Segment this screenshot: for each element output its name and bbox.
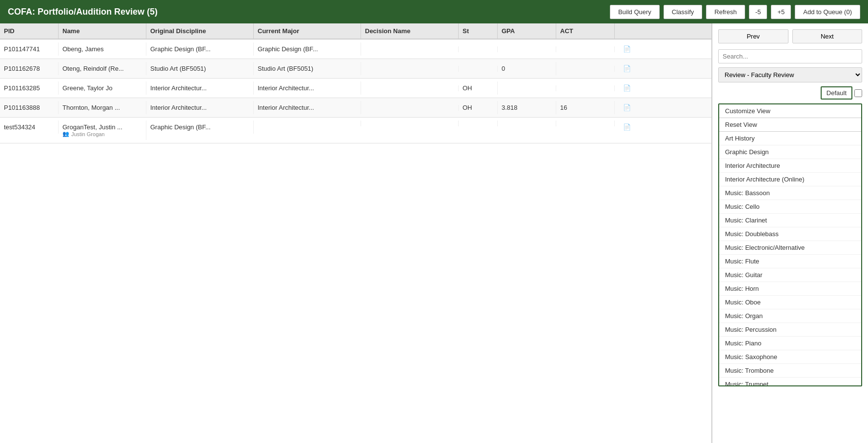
default-row: Default [718, 86, 862, 100]
cell-st [459, 121, 498, 126]
review-type-select[interactable]: Review - Faculty Review [718, 67, 862, 82]
cell-name: Oteng, Reindolf (Re... [59, 62, 146, 75]
cell-sub-name: 👥 Justin Grogan [62, 131, 142, 137]
table-header: PID Name Original Discipline Current Maj… [0, 23, 711, 40]
menu-item-music-trumpet[interactable]: Music: Trumpet [719, 378, 861, 386]
menu-item-music-oboe[interactable]: Music: Oboe [719, 296, 861, 309]
cell-gpa [498, 85, 556, 91]
menu-item-music-flute[interactable]: Music: Flute [719, 255, 861, 268]
add-to-queue-button[interactable]: Add to Queue (0) [795, 5, 860, 19]
col-actions [615, 23, 639, 39]
cell-original-discipline: Studio Art (BF5051) [146, 62, 254, 75]
plus-button[interactable]: +5 [771, 5, 791, 19]
cell-gpa [498, 46, 556, 52]
cell-act [556, 85, 615, 91]
cell-name: Thornton, Morgan ... [59, 101, 146, 114]
build-query-button[interactable]: Build Query [610, 5, 660, 19]
cell-current-major: Graphic Design (BF... [254, 42, 361, 56]
cell-gpa: 0 [498, 62, 556, 75]
cell-pid: P101162678 [0, 62, 59, 75]
cell-current-major: Interior Architectur... [254, 81, 361, 95]
dropdown-menu: Customize View Reset View Art History Gr… [718, 103, 862, 386]
main-layout: PID Name Original Discipline Current Maj… [0, 23, 868, 443]
cell-current-major: Interior Architectur... [254, 101, 361, 114]
cell-name: Obeng, James [59, 42, 146, 56]
cell-original-discipline: Interior Architectur... [146, 101, 254, 114]
col-decision-name: Decision Name [361, 23, 459, 39]
prev-button[interactable]: Prev [718, 29, 788, 43]
cell-pid: test534324 [0, 121, 59, 134]
col-original-discipline: Original Discipline [146, 23, 254, 39]
default-button[interactable]: Default [821, 86, 852, 100]
cell-decision-name [361, 46, 459, 52]
cell-pid: P101147741 [0, 42, 59, 56]
cell-icon[interactable]: 📄 [615, 101, 639, 114]
cell-icon[interactable]: 📄 [615, 121, 639, 134]
table-row[interactable]: P101162678 Oteng, Reindolf (Re... Studio… [0, 59, 711, 79]
default-checkbox[interactable] [854, 89, 862, 97]
doc-icon: 📄 [623, 84, 631, 92]
menu-item-music-trombone[interactable]: Music: Trombone [719, 364, 861, 378]
menu-item-music-cello[interactable]: Music: Cello [719, 200, 861, 214]
cell-act [556, 46, 615, 52]
group-icon: 👥 [62, 131, 69, 137]
menu-item-art-history[interactable]: Art History [719, 132, 861, 145]
cell-name: Greene, Taylor Jo [59, 81, 146, 95]
cell-pid: P101163888 [0, 101, 59, 114]
table-row[interactable]: test534324 GroganTest, Justin ... 👥 Just… [0, 118, 711, 143]
menu-item-reset-view[interactable]: Reset View [719, 118, 861, 132]
cell-act [556, 66, 615, 72]
cell-decision-name [361, 105, 459, 111]
col-act: ACT [556, 23, 615, 39]
doc-icon: 📄 [623, 123, 631, 131]
menu-item-music-bassoon[interactable]: Music: Bassoon [719, 186, 861, 200]
doc-icon: 📄 [623, 104, 631, 111]
menu-item-music-guitar[interactable]: Music: Guitar [719, 268, 861, 282]
cell-st [459, 46, 498, 52]
menu-item-music-saxophone[interactable]: Music: Saxophone [719, 350, 861, 364]
header: COFA: Portfolio/Audition Review (5) Buil… [0, 0, 868, 23]
menu-item-customize-view[interactable]: Customize View [719, 104, 861, 118]
col-name: Name [59, 23, 146, 39]
refresh-button[interactable]: Refresh [706, 5, 745, 19]
menu-item-music-horn[interactable]: Music: Horn [719, 282, 861, 296]
header-buttons: Build Query Classify Refresh -5 +5 Add t… [610, 5, 860, 19]
cell-icon[interactable]: 📄 [615, 42, 639, 56]
right-panel: Prev Next Review - Faculty Review Defaul… [712, 23, 868, 443]
cell-original-discipline: Graphic Design (BF... [146, 121, 254, 134]
search-input[interactable] [718, 49, 862, 63]
menu-item-interior-architecture[interactable]: Interior Architecture [719, 159, 861, 173]
cell-current-major: Studio Art (BF5051) [254, 62, 361, 75]
menu-item-music-organ[interactable]: Music: Organ [719, 309, 861, 323]
cell-gpa [498, 121, 556, 126]
menu-item-music-percussion[interactable]: Music: Percussion [719, 323, 861, 337]
cell-original-discipline: Interior Architectur... [146, 81, 254, 95]
cell-name: GroganTest, Justin ... 👥 Justin Grogan [59, 121, 146, 140]
cell-decision-name [361, 121, 459, 126]
menu-item-music-electronic[interactable]: Music: Electronic/Alternative [719, 241, 861, 255]
doc-icon: 📄 [623, 65, 631, 72]
cell-icon[interactable]: 📄 [615, 62, 639, 75]
table-row[interactable]: P101147741 Obeng, James Graphic Design (… [0, 40, 711, 59]
col-current-major: Current Major [254, 23, 361, 39]
table-row[interactable]: P101163888 Thornton, Morgan ... Interior… [0, 98, 711, 118]
menu-item-interior-architecture-online[interactable]: Interior Architecture (Online) [719, 173, 861, 186]
left-panel: PID Name Original Discipline Current Maj… [0, 23, 712, 443]
classify-button[interactable]: Classify [664, 5, 703, 19]
cell-st: OH [459, 101, 498, 114]
cell-st: OH [459, 81, 498, 95]
cell-pid: P101163285 [0, 81, 59, 95]
minus-button[interactable]: -5 [749, 5, 767, 19]
menu-item-music-doublebass[interactable]: Music: Doublebass [719, 227, 861, 241]
next-button[interactable]: Next [792, 29, 863, 43]
cell-act: 16 [556, 101, 615, 114]
page-title: COFA: Portfolio/Audition Review (5) [8, 7, 158, 17]
table-row[interactable]: P101163285 Greene, Taylor Jo Interior Ar… [0, 79, 711, 98]
cell-icon[interactable]: 📄 [615, 81, 639, 95]
menu-item-graphic-design[interactable]: Graphic Design [719, 145, 861, 159]
col-pid: PID [0, 23, 59, 39]
cell-original-discipline: Graphic Design (BF... [146, 42, 254, 56]
menu-item-music-clarinet[interactable]: Music: Clarinet [719, 214, 861, 227]
cell-decision-name [361, 85, 459, 91]
menu-item-music-piano[interactable]: Music: Piano [719, 337, 861, 350]
